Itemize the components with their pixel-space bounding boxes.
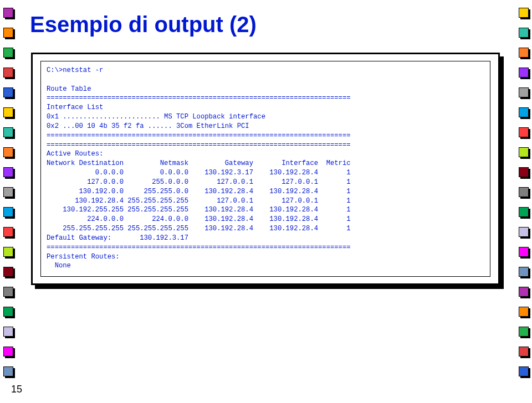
decor-square xyxy=(3,347,13,356)
decor-square xyxy=(3,287,13,297)
decor-square xyxy=(519,347,529,356)
decor-square xyxy=(519,327,529,337)
decor-square xyxy=(519,147,529,157)
decor-square xyxy=(3,227,13,237)
decor-square xyxy=(3,28,13,38)
decor-square xyxy=(519,127,529,137)
decor-square xyxy=(3,48,13,58)
decor-stripe-right xyxy=(514,0,529,403)
slide-content: Esempio di output (2) C:\>netstat -r Rou… xyxy=(30,12,502,285)
decor-square xyxy=(3,366,13,376)
decor-square xyxy=(3,247,13,257)
decor-square xyxy=(3,327,13,337)
decor-square xyxy=(3,307,13,317)
terminal-output: C:\>netstat -r Route Table =============… xyxy=(47,66,484,271)
decor-square xyxy=(3,107,13,117)
decor-square xyxy=(519,28,529,38)
decor-square xyxy=(3,8,13,18)
slide-title: Esempio di output (2) xyxy=(30,12,502,37)
decor-square xyxy=(3,187,13,197)
decor-square xyxy=(519,366,529,376)
terminal-box: C:\>netstat -r Route Table =============… xyxy=(31,53,500,285)
decor-square xyxy=(3,127,13,137)
terminal-box-outer: C:\>netstat -r Route Table =============… xyxy=(31,53,500,285)
slide: Esempio di output (2) C:\>netstat -r Rou… xyxy=(0,0,532,403)
terminal-box-inner: C:\>netstat -r Route Table =============… xyxy=(40,61,490,277)
decor-square xyxy=(519,187,529,197)
decor-square xyxy=(3,147,13,157)
decor-square xyxy=(519,68,529,78)
decor-square xyxy=(3,267,13,277)
decor-square xyxy=(519,227,529,237)
decor-square xyxy=(3,207,13,217)
decor-square xyxy=(3,68,13,78)
decor-square xyxy=(519,87,529,97)
decor-square xyxy=(519,267,529,277)
decor-square xyxy=(519,167,529,177)
page-number: 15 xyxy=(11,384,22,395)
decor-square xyxy=(519,207,529,217)
decor-square xyxy=(519,287,529,297)
decor-square xyxy=(3,167,13,177)
decor-stripe-left xyxy=(3,0,18,403)
decor-square xyxy=(519,8,529,18)
decor-square xyxy=(3,87,13,97)
decor-square xyxy=(519,48,529,58)
decor-square xyxy=(519,247,529,257)
decor-square xyxy=(519,107,529,117)
decor-square xyxy=(519,307,529,317)
